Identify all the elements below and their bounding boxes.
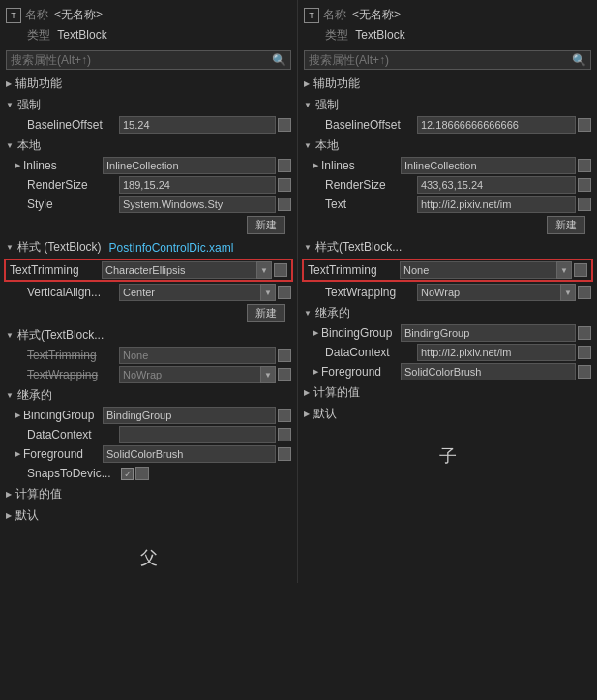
left-local-title: 本地	[17, 137, 41, 154]
left-verticalalign-value[interactable]: Center	[119, 284, 261, 301]
left-style-tb-header[interactable]: ▼ 样式 (TextBlock) PostInfoControlDic.xaml	[0, 237, 297, 258]
left-local-header[interactable]: ▼ 本地	[0, 136, 297, 156]
left-textwrapping-arrow[interactable]: ▼	[260, 366, 276, 383]
left-texttrimming-btn[interactable]	[274, 263, 287, 277]
right-baseline-btn[interactable]	[578, 118, 591, 132]
left-rendersize-btn[interactable]	[278, 178, 291, 192]
right-foreground-btn[interactable]	[578, 365, 591, 379]
left-bindinggroup-btn[interactable]	[278, 409, 291, 422]
right-text-value[interactable]: http://i2.pixiv.net/im	[417, 196, 576, 213]
right-section-forced: ▼ 强制 BaselineOffset 12.18666666666666	[298, 95, 597, 135]
left-foreground-btn[interactable]	[278, 447, 291, 461]
right-foreground-value[interactable]: SolidColorBrush	[401, 363, 576, 380]
left-inherited-header[interactable]: ▼ 继承的	[0, 385, 297, 406]
right-inlines-row: ▶ Inlines InlineCollection	[298, 156, 597, 175]
right-text-btn[interactable]	[578, 198, 591, 211]
right-computed-header[interactable]: ▶ 计算的值	[298, 382, 597, 403]
left-textwrapping-btn[interactable]	[278, 368, 291, 381]
left-style-tb-link[interactable]: PostInfoControlDic.xaml	[109, 241, 234, 255]
right-inherited-title: 继承的	[315, 305, 350, 321]
left-forced-header[interactable]: ▼ 强制	[0, 95, 297, 115]
left-datacontext-value[interactable]	[119, 426, 276, 443]
left-verticalalign-row: VerticalAlign... Center ▼	[0, 283, 297, 302]
left-foreground-value[interactable]: SolidColorBrush	[103, 445, 276, 463]
left-style-new-button[interactable]: 新建	[247, 304, 285, 322]
left-style-tb2-header[interactable]: ▼ 样式(TextBlock...	[0, 325, 297, 346]
left-inlines-btn[interactable]	[278, 159, 291, 172]
right-inlines-name: Inlines	[321, 159, 401, 172]
left-snapstodevice-checkbox[interactable]: ✓	[121, 468, 134, 480]
right-search-bar[interactable]: 🔍	[304, 50, 591, 70]
left-search-input[interactable]	[11, 53, 272, 67]
left-rendersize-row: RenderSize 189,15.24	[0, 175, 297, 195]
left-baseline-value[interactable]: 15.24	[119, 116, 276, 134]
right-baseline-value[interactable]: 12.18666666666666	[417, 116, 576, 134]
right-foreground-expand[interactable]: ▶	[313, 368, 318, 376]
left-verticalalign-arrow[interactable]: ▼	[260, 284, 276, 301]
left-inlines-expand[interactable]: ▶	[15, 162, 20, 169]
right-texttrimming-highlighted: TextTrimming None ▼	[302, 259, 593, 282]
left-bindinggroup-row: ▶ BindingGroup BindingGroup	[0, 406, 297, 425]
right-rendersize-value[interactable]: 433,63,15.24	[417, 176, 576, 194]
left-bindinggroup-value[interactable]: BindingGroup	[103, 407, 276, 424]
left-verticalalign-btn[interactable]	[278, 286, 291, 299]
left-local-new-button[interactable]: 新建	[247, 216, 285, 234]
right-texttrimming-value[interactable]: None	[400, 261, 557, 279]
right-texttrimming-btn[interactable]	[574, 263, 587, 277]
left-assist-header[interactable]: ▶ 辅助功能	[0, 74, 297, 94]
left-datacontext-row: DataContext	[0, 425, 297, 444]
left-forced-triangle: ▼	[6, 101, 14, 109]
left-default-title: 默认	[15, 507, 39, 524]
right-rendersize-btn[interactable]	[578, 178, 591, 192]
right-assist-header[interactable]: ▶ 辅助功能	[298, 74, 597, 94]
right-textwrapping-value[interactable]: NoWrap	[417, 284, 561, 301]
right-bindinggroup-expand[interactable]: ▶	[313, 329, 318, 337]
right-bindinggroup-value[interactable]: BindingGroup	[401, 324, 576, 342]
left-default-header[interactable]: ▶ 默认	[0, 505, 297, 526]
right-forced-header[interactable]: ▼ 强制	[298, 95, 597, 115]
left-texttrimming2-value[interactable]: None	[119, 347, 276, 364]
right-style-tb-header[interactable]: ▼ 样式(TextBlock...	[298, 237, 597, 258]
right-textwrapping-arrow[interactable]: ▼	[560, 284, 576, 301]
left-texttrimming2-btn[interactable]	[278, 349, 291, 362]
left-computed-triangle: ▶	[6, 490, 12, 499]
left-style-value[interactable]: System.Windows.Sty	[119, 196, 276, 213]
left-texttrimming-value[interactable]: CharacterEllipsis	[102, 261, 257, 279]
right-textwrapping-name: TextWrapping	[325, 286, 417, 299]
right-datacontext-btn[interactable]	[578, 346, 591, 359]
left-style-tb2-triangle: ▼	[6, 331, 14, 340]
left-textwrapping-value[interactable]: NoWrap	[119, 366, 261, 383]
right-local-newbtn-row: 新建	[298, 214, 597, 236]
left-rendersize-value[interactable]: 189,15.24	[119, 176, 276, 194]
left-search-bar[interactable]: 🔍	[6, 50, 291, 70]
left-texttrimming-arrow[interactable]: ▼	[256, 261, 272, 279]
right-datacontext-value[interactable]: http://i2.pixiv.net/im	[417, 344, 576, 361]
left-snapstodevice-btn[interactable]	[135, 467, 149, 480]
right-panel: T 名称 <无名称> 类型 TextBlock 🔍 ▶ 辅助功能 ▼ 强制	[298, 0, 597, 583]
right-texttrimming-arrow[interactable]: ▼	[556, 261, 572, 279]
right-forced-title: 强制	[315, 97, 339, 113]
left-section-computed: ▶ 计算的值	[0, 484, 297, 504]
right-default-header[interactable]: ▶ 默认	[298, 404, 597, 424]
right-local-new-button[interactable]: 新建	[547, 216, 585, 234]
left-style-btn[interactable]	[278, 198, 291, 211]
right-bindinggroup-btn[interactable]	[578, 326, 591, 340]
left-datacontext-btn[interactable]	[278, 428, 291, 441]
left-bindinggroup-expand[interactable]: ▶	[15, 411, 20, 419]
right-textwrapping-btn[interactable]	[578, 286, 591, 299]
right-search-input[interactable]	[309, 53, 572, 67]
left-style-text: System.Windows.Sty	[123, 198, 223, 210]
right-inlines-btn[interactable]	[578, 159, 591, 172]
left-bindinggroup-text: BindingGroup	[106, 410, 171, 421]
right-inlines-value[interactable]: InlineCollection	[401, 157, 576, 174]
main-container: T 名称 <无名称> 类型 TextBlock 🔍 ▶ 辅助功能 ▼ 强制	[0, 0, 597, 583]
left-inlines-value[interactable]: InlineCollection	[103, 157, 276, 174]
left-inherited-title: 继承的	[17, 387, 52, 404]
right-type-label: 类型	[325, 28, 348, 42]
left-baseline-btn[interactable]	[278, 118, 291, 132]
left-foreground-expand[interactable]: ▶	[15, 450, 20, 458]
right-inlines-expand[interactable]: ▶	[313, 162, 318, 169]
right-local-header[interactable]: ▼ 本地	[298, 136, 597, 156]
right-inherited-header[interactable]: ▼ 继承的	[298, 303, 597, 323]
left-computed-header[interactable]: ▶ 计算的值	[0, 484, 297, 504]
